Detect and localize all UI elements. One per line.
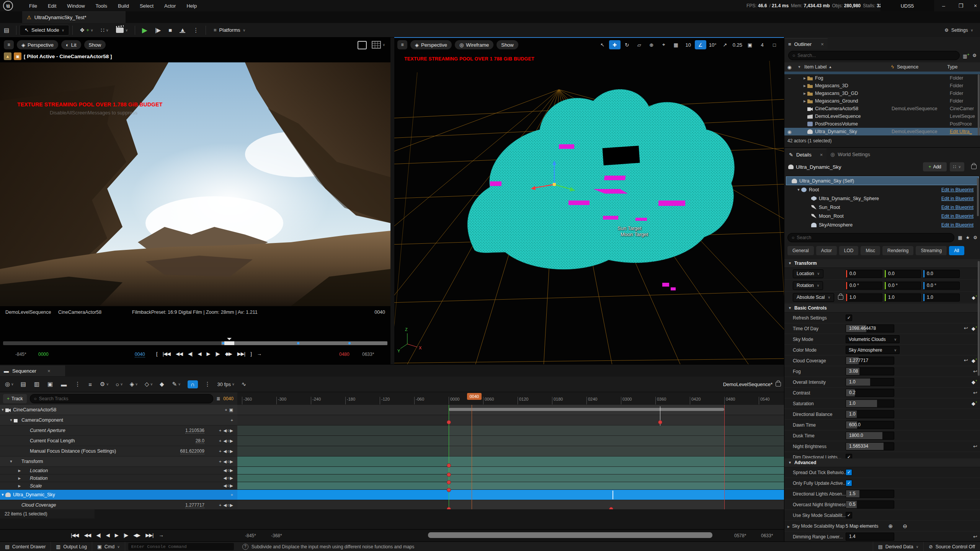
favorites-icon[interactable]: ★ — [965, 235, 970, 240]
close-icon[interactable]: × — [820, 152, 823, 158]
level-tab[interactable]: ⚠ UltraDynamicSky_Test* — [22, 11, 126, 23]
add-keyframe-icon[interactable]: ◆+ — [972, 325, 977, 331]
basic-controls-header[interactable]: ▼Basic Controls — [784, 304, 980, 313]
edit-in-blueprint-link[interactable]: Edit in Blueprint — [941, 214, 973, 219]
track-row[interactable]: Current Focal Length 28.0 + ◀○▶ — [0, 436, 237, 446]
create-camera-icon[interactable]: ▣ — [47, 381, 54, 388]
jump-to-end[interactable]: ▶▶| — [145, 532, 153, 538]
track-row[interactable]: ▶ Rotation ◀○▶ — [0, 474, 237, 482]
camera-speed-value[interactable]: 4 — [756, 40, 768, 49]
track-value[interactable]: 1.277717 — [185, 502, 204, 508]
track-controls[interactable]: + — [231, 418, 234, 422]
expand-arrow-icon[interactable]: ▶ — [802, 84, 807, 88]
filter-icon[interactable]: ≣ — [216, 396, 220, 401]
reset-to-default-icon[interactable]: ↩ — [973, 443, 977, 449]
browse-icon[interactable]: ▥ — [34, 381, 41, 388]
platforms-dropdown[interactable]: ⌗ Platforms∨ — [209, 25, 250, 35]
track-row[interactable]: Manual Focus Distance (Focus Settings) 6… — [0, 446, 237, 456]
perspective-dropdown[interactable]: ◈Perspective — [410, 40, 452, 49]
add-element-icon[interactable]: ⊕ — [888, 523, 893, 529]
settings-dropdown[interactable]: ⚙ Settings∨ — [944, 28, 973, 33]
transform-axis-dropdown[interactable]: Absolute Scal∨ — [793, 293, 834, 302]
value-field[interactable]: 600.0 — [846, 421, 894, 429]
reset-to-default-icon[interactable]: ↩ — [973, 390, 977, 396]
minimize-button[interactable]: – — [936, 0, 951, 11]
components-scrollbar[interactable] — [977, 178, 979, 216]
add-track-button[interactable]: +Track — [3, 394, 27, 403]
value-field[interactable]: 1.4 — [846, 533, 894, 541]
keyframe-dot[interactable] — [609, 507, 613, 509]
pilot-warning-icon[interactable]: ▲ — [4, 52, 11, 60]
track-label[interactable]: CineCameraActor58 — [13, 407, 56, 412]
camera-speed[interactable]: ▣ — [744, 40, 756, 49]
column-item-label[interactable]: Item Label — [804, 64, 826, 70]
skip-button[interactable]: |▶ — [155, 27, 161, 34]
menu-item[interactable]: Actor — [159, 0, 181, 11]
visibility-eye-icon[interactable]: ◉ — [784, 129, 794, 135]
component-name[interactable]: Ultra_Dynamic_Sky_Sphere — [819, 196, 879, 201]
General[interactable]: General — [787, 246, 814, 255]
type-cell[interactable]: CineCamer — [950, 106, 974, 111]
outliner-search-input[interactable]: ○Search... — [788, 51, 960, 60]
set-playback-end[interactable]: ] — [250, 351, 252, 357]
track-row[interactable]: ▼ CineCameraActor58 + ▣ — [0, 405, 237, 415]
select-mode-dropdown[interactable]: ↖ Select Mode∨ — [20, 25, 69, 36]
sequence-cell[interactable]: DemoLevelSequence — [892, 106, 950, 111]
maximize-button[interactable]: ❒ — [953, 0, 969, 11]
track-label[interactable]: Current Aperture — [30, 428, 65, 433]
tab-details[interactable]: ✎Details× — [785, 149, 826, 160]
outliner-column-header[interactable]: ◉ ▼ Item Label ▲ ϟ Sequence Type — [784, 62, 980, 72]
scale-snap-value[interactable]: 0.25 — [732, 40, 743, 49]
transform-axis-dropdown[interactable]: Rotation∨ — [793, 281, 823, 290]
menu-item[interactable]: Help — [181, 0, 202, 11]
add-actor-icon[interactable]: ❖+∨ — [80, 27, 93, 34]
type-cell[interactable]: Folder — [950, 83, 963, 88]
y-value-field[interactable]: 0.0 ° — [884, 282, 921, 290]
scale-tool[interactable]: ▱ — [634, 40, 645, 49]
edit-in-blueprint-link[interactable]: Edit in Blueprint — [941, 196, 973, 201]
key-interpolation-icon[interactable]: ◇∨ — [145, 381, 153, 388]
close-icon[interactable]: × — [821, 41, 824, 47]
Actor[interactable]: Actor — [816, 246, 837, 255]
keyframe-dot[interactable] — [447, 420, 451, 424]
play-button[interactable]: ▶ — [142, 26, 147, 34]
outliner-row[interactable]: DemoLevelSequence LevelSeque — [784, 112, 980, 120]
menu-item[interactable]: Build — [113, 0, 134, 11]
prev-key[interactable]: ◀◀ — [84, 532, 91, 538]
track-row[interactable]: ▼ Transform + ◀○▶ — [0, 456, 237, 467]
item-label[interactable]: CineCameraActor58 — [815, 106, 892, 111]
track-value[interactable]: 1.210536 — [185, 428, 204, 434]
show-dropdown[interactable]: Show — [84, 40, 106, 49]
menu-item[interactable]: Tools — [90, 0, 113, 11]
cinematic-viewport[interactable]: ≡ ◈Perspective ◐Lit Show ∨ ▲ ▣ [ Pilot A… — [0, 37, 390, 364]
keyframe-area[interactable] — [237, 405, 784, 509]
blueprints-icon[interactable]: ∷∨ — [101, 27, 108, 34]
lock-icon[interactable] — [971, 165, 977, 169]
expand-arrow-icon[interactable]: ▶ — [802, 77, 807, 80]
section-range-bar[interactable] — [449, 408, 724, 411]
x-value-field[interactable]: 0.0 — [846, 270, 882, 278]
type-cell[interactable]: LevelSeque — [950, 114, 975, 119]
track-label[interactable]: Location — [30, 468, 48, 473]
track-value[interactable]: 681.622009 — [180, 448, 204, 454]
track-search-input[interactable]: ○Search Tracks — [30, 394, 214, 403]
grid-snap[interactable]: ▦ — [670, 40, 682, 49]
stop-button[interactable]: ■ — [168, 27, 172, 33]
z-value-field[interactable]: 0.0 ° — [923, 282, 960, 290]
expand-arrow-icon[interactable]: ▼ — [796, 188, 801, 192]
step-forward[interactable]: |▶ — [124, 532, 128, 538]
add-keyframe-icon[interactable]: ◆+ — [972, 379, 977, 385]
item-label[interactable]: DemoLevelSequence — [815, 114, 892, 119]
value-field[interactable]: 1.277717 — [846, 357, 894, 365]
render-movie-icon[interactable]: ▬ — [61, 381, 68, 388]
timeline-scrollbar[interactable] — [428, 532, 712, 538]
outliner-row[interactable]: ▶ Megascans_3D_GD Folder — [784, 90, 980, 97]
expand-arrow-icon[interactable]: ▶ — [17, 469, 22, 473]
item-label[interactable]: Megascans_Ground — [815, 98, 892, 104]
loop-mode[interactable]: → — [257, 351, 261, 357]
sequencer-settings-icon[interactable]: ⚙∨ — [100, 381, 109, 388]
world-outliner-icon[interactable]: ◎∨ — [5, 381, 14, 388]
step-back[interactable]: ◀| — [96, 532, 100, 538]
jump-to-start[interactable]: |◀◀ — [71, 532, 78, 538]
scale-snap[interactable]: ↗ — [719, 40, 731, 49]
